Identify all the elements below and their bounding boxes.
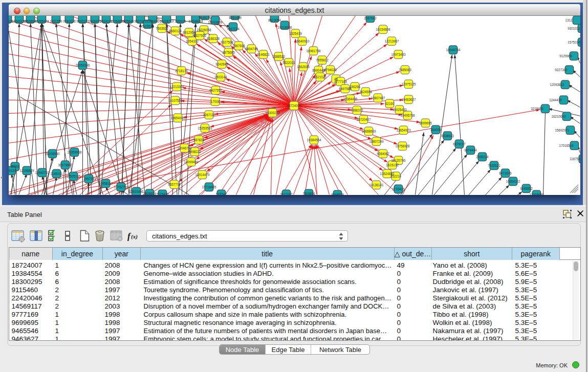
- svg-text:16033809: 16033809: [208, 20, 223, 24]
- svg-text:17359958: 17359958: [67, 150, 82, 154]
- svg-text:16961758: 16961758: [306, 49, 321, 53]
- svg-text:16210643: 16210643: [551, 115, 566, 118]
- svg-text:20053346: 20053346: [75, 63, 90, 67]
- svg-text:0781618: 0781618: [63, 19, 76, 23]
- svg-text:8186328: 8186328: [207, 37, 220, 40]
- svg-text:7015430: 7015430: [156, 192, 169, 195]
- svg-text:252214: 252214: [390, 174, 402, 178]
- svg-text:18807249: 18807249: [369, 140, 384, 143]
- svg-text:7485063: 7485063: [399, 68, 411, 72]
- svg-text:15692971: 15692971: [555, 128, 570, 132]
- svg-text:23226058: 23226058: [197, 28, 211, 32]
- svg-text:1312: 1312: [565, 18, 573, 22]
- svg-text:17008: 17008: [211, 100, 220, 103]
- svg-text:3267110: 3267110: [203, 113, 215, 117]
- svg-text:226916: 226916: [175, 19, 186, 23]
- svg-text:15716485: 15716485: [202, 185, 216, 189]
- svg-text:987833: 987833: [193, 138, 205, 142]
- svg-text:8427552: 8427552: [209, 89, 222, 92]
- svg-text:8990448: 8990448: [312, 69, 325, 72]
- svg-text:19495758: 19495758: [400, 114, 415, 117]
- svg-text:13654923: 13654923: [396, 128, 411, 132]
- svg-text:1244415: 1244415: [549, 98, 562, 102]
- svg-text:65328710: 65328710: [159, 19, 174, 23]
- svg-text:7663822: 7663822: [156, 27, 168, 30]
- svg-text:10688609: 10688609: [361, 129, 376, 133]
- svg-text:7955812: 7955812: [316, 58, 329, 62]
- svg-text:10782759: 10782759: [114, 185, 128, 189]
- svg-text:17957253: 17957253: [81, 177, 96, 181]
- svg-text:6794028: 6794028: [324, 68, 337, 72]
- svg-text:35001: 35001: [11, 165, 20, 168]
- svg-text:116753: 116753: [570, 157, 580, 161]
- svg-text:20364436: 20364436: [343, 97, 358, 101]
- svg-text:12093822: 12093822: [550, 83, 564, 86]
- svg-text:2718176: 2718176: [175, 69, 188, 73]
- svg-text:6497568: 6497568: [339, 87, 352, 91]
- svg-text:1325419: 1325419: [289, 32, 302, 35]
- svg-text:10046708: 10046708: [177, 146, 192, 150]
- svg-text:1562615: 1562615: [297, 65, 310, 69]
- svg-text:8938923: 8938923: [441, 134, 454, 138]
- svg-text:15353593: 15353593: [198, 126, 212, 130]
- svg-text:1161559: 1161559: [50, 19, 62, 23]
- svg-text:19756928: 19756928: [395, 144, 410, 148]
- svg-text:8660124: 8660124: [169, 29, 182, 33]
- svg-text:18724007: 18724007: [287, 104, 301, 107]
- svg-text:9327505: 9327505: [193, 34, 206, 37]
- svg-text:19463627: 19463627: [401, 98, 416, 101]
- svg-text:15720407: 15720407: [356, 118, 371, 121]
- svg-text:1054332: 1054332: [186, 39, 199, 43]
- svg-text:25300273: 25300273: [265, 111, 280, 115]
- svg-text:2803144: 2803144: [214, 75, 227, 79]
- svg-text:1733426: 1733426: [392, 187, 405, 191]
- svg-text:12156829: 12156829: [19, 169, 34, 172]
- svg-text:8454749: 8454749: [245, 47, 258, 51]
- svg-text:3215955: 3215955: [531, 107, 543, 111]
- svg-text:9657774: 9657774: [168, 183, 181, 186]
- svg-text:7515536: 7515536: [141, 25, 154, 28]
- svg-text:10025433: 10025433: [392, 108, 407, 112]
- svg-text:9593103: 9593103: [76, 19, 89, 23]
- svg-text:6699695: 6699695: [419, 121, 432, 125]
- svg-text:10958117: 10958117: [99, 182, 113, 185]
- svg-text:17016504: 17016504: [559, 144, 574, 147]
- svg-text:1145191: 1145191: [50, 172, 63, 176]
- svg-text:19384554: 19384554: [307, 138, 321, 142]
- svg-text:12505135: 12505135: [66, 174, 81, 178]
- svg-text:30975887: 30975887: [58, 163, 73, 167]
- svg-text:9777169: 9777169: [334, 80, 347, 83]
- svg-text:5146270: 5146270: [199, 16, 211, 19]
- svg-text:5498222: 5498222: [188, 150, 201, 154]
- svg-text:9327508: 9327508: [221, 40, 233, 44]
- svg-text:164095: 164095: [430, 128, 442, 132]
- svg-text:9227342: 9227342: [555, 68, 568, 72]
- svg-text:9245652: 9245652: [520, 187, 533, 190]
- svg-text:1575104: 1575104: [568, 40, 580, 44]
- svg-text:9242848: 9242848: [215, 62, 228, 66]
- svg-text:3875685: 3875685: [222, 51, 235, 54]
- svg-text:14099489: 14099489: [184, 160, 199, 164]
- svg-text:2367608: 2367608: [232, 44, 245, 48]
- svg-text:12975125: 12975125: [401, 82, 416, 86]
- svg-text:9117182: 9117182: [280, 192, 293, 195]
- svg-text:10973493: 10973493: [391, 53, 406, 56]
- svg-text:(x): (x): [131, 233, 138, 240]
- svg-text:2388496: 2388496: [146, 19, 159, 23]
- svg-text:1615132: 1615132: [386, 163, 399, 167]
- svg-text:97848018: 97848018: [188, 19, 203, 23]
- svg-text:6379197: 6379197: [453, 142, 466, 146]
- svg-text:1588520: 1588520: [272, 55, 285, 58]
- svg-text:9537672: 9537672: [134, 19, 147, 23]
- svg-text:8813054: 8813054: [268, 18, 281, 22]
- svg-text:12213369: 12213369: [169, 85, 184, 89]
- svg-text:2087642: 2087642: [364, 16, 377, 20]
- svg-text:13315098: 13315098: [529, 193, 544, 195]
- svg-text:16640910: 16640910: [295, 39, 310, 43]
- svg-text:7357224: 7357224: [227, 27, 239, 31]
- svg-text:10807487: 10807487: [371, 96, 385, 100]
- svg-text:19654935: 19654935: [170, 116, 185, 120]
- svg-text:9084067: 9084067: [377, 152, 389, 156]
- svg-text:16120746: 16120746: [391, 159, 406, 162]
- svg-text:9474444: 9474444: [464, 148, 477, 152]
